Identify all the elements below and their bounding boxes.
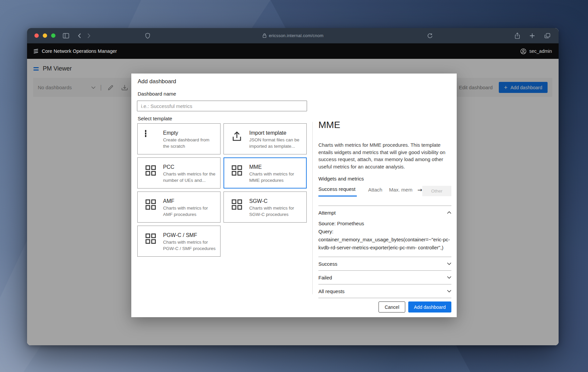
template-title: Empty — [163, 130, 216, 136]
template-title: MME — [249, 164, 302, 170]
template-description: Charts with metrics for the number of UE… — [163, 171, 216, 183]
accordion-attempt-body: Source: Prometheus Query: container_memo… — [318, 219, 451, 257]
template-card-mme[interactable]: MME Charts with metrics for MME procedur… — [224, 157, 307, 189]
accordion-label: All requests — [318, 288, 344, 294]
url-text: ericsson.internal.com/cnom — [269, 33, 323, 38]
ericsson-logo-icon — [34, 48, 38, 54]
template-title: PGW-C / SMF — [163, 232, 216, 238]
window-controls — [34, 33, 55, 38]
template-description: Create dashboard from the scratch — [163, 137, 216, 149]
template-title: PCC — [163, 164, 216, 170]
back-icon[interactable] — [78, 33, 81, 38]
query-label: Query: — [318, 229, 333, 234]
browser-window: ericsson.internal.com/cnom — [27, 28, 559, 345]
chevron-down-icon — [447, 262, 451, 265]
template-card-sgwc[interactable]: SGW-C Charts with metrics for SGW-C proc… — [224, 192, 307, 223]
chevron-down-icon — [447, 276, 451, 279]
reload-icon[interactable] — [427, 33, 433, 38]
source-value: Prometheus — [337, 221, 364, 226]
desktop: ericsson.internal.com/cnom — [0, 0, 588, 372]
import-upload-icon — [231, 131, 243, 154]
widgets-and-metrics-label: Widgets and metrics — [318, 176, 364, 181]
template-description: JSON format files can be imported as tem… — [249, 137, 302, 149]
grid-icon — [145, 233, 156, 256]
forward-icon[interactable] — [87, 33, 91, 38]
dashboard-name-input[interactable] — [137, 101, 307, 111]
new-tab-icon[interactable] — [530, 33, 535, 38]
select-template-label: Select template — [138, 116, 172, 121]
accordion-attempt[interactable]: Attempt — [318, 206, 451, 219]
template-title: SGW-C — [249, 198, 302, 204]
template-description: Charts with metrics for MME procedures — [249, 171, 302, 183]
accordion-label: Success — [318, 261, 337, 267]
template-card-import[interactable]: Import template JSON format files can be… — [224, 123, 307, 154]
chevron-down-icon — [447, 290, 451, 292]
template-description: Charts with metrics for AMF procedures — [163, 205, 216, 218]
minimize-window-button[interactable] — [43, 33, 47, 38]
accordion-label: Failed — [318, 275, 332, 280]
app-header: Core Network Operations Manager sec_admi… — [27, 43, 559, 59]
tab-max-mem[interactable]: Max. mem — [389, 187, 412, 196]
grid-icon — [145, 199, 156, 222]
address-bar[interactable]: ericsson.internal.com/cnom — [262, 33, 323, 38]
tab-success-request[interactable]: Success request — [318, 186, 357, 197]
browser-toolbar: ericsson.internal.com/cnom — [27, 28, 559, 43]
empty-dashed-square-icon — [145, 131, 156, 154]
tab-overview-icon[interactable] — [544, 33, 551, 39]
template-card-amf[interactable]: AMF Charts with metrics for AMF procedur… — [137, 192, 220, 223]
user-icon — [520, 48, 527, 54]
template-details-panel: MME Charts with metrics for MME procedur… — [318, 74, 451, 317]
add-dashboard-modal: Add dashboard Dashboard name Select temp… — [131, 74, 457, 317]
username: sec_admin — [529, 48, 552, 54]
details-description: Charts with metrics for MME procedures. … — [318, 141, 451, 170]
query-value: container_memory_max_usage_bytes(contain… — [318, 237, 450, 250]
template-grid: Empty Create dashboard from the scratch … — [137, 123, 307, 257]
fullscreen-window-button[interactable] — [51, 33, 55, 38]
metrics-tabs: Success request Attach Max. mem → Other — [318, 186, 451, 197]
share-icon[interactable] — [514, 32, 520, 39]
template-title: Import template — [249, 130, 302, 136]
template-card-empty[interactable]: Empty Create dashboard from the scratch — [137, 123, 220, 154]
modal-title: Add dashboard — [138, 78, 176, 85]
lock-icon — [262, 33, 267, 38]
accordion-failed[interactable]: Failed — [318, 270, 451, 284]
user-menu[interactable]: sec_admin — [520, 48, 552, 54]
template-card-pcc[interactable]: PCC Charts with metrics for the number o… — [137, 157, 220, 189]
accordion-all-requests[interactable]: All requests — [318, 284, 451, 298]
panel-divider — [312, 122, 313, 294]
accordion-success[interactable]: Success — [318, 257, 451, 270]
tab-other[interactable]: Other — [422, 186, 451, 196]
dashboard-name-label: Dashboard name — [138, 91, 176, 97]
modal-add-dashboard-button[interactable]: Add dashboard — [408, 301, 451, 313]
grid-icon — [231, 199, 243, 222]
grid-icon — [231, 165, 243, 188]
details-title: MME — [318, 120, 340, 130]
grid-icon — [145, 165, 156, 188]
template-title: AMF — [163, 198, 216, 204]
privacy-shield-icon[interactable] — [145, 32, 151, 39]
accordion-label: Attempt — [318, 210, 336, 216]
tabs-scroll-arrow-icon[interactable]: → — [417, 187, 422, 197]
cancel-button[interactable]: Cancel — [379, 301, 405, 313]
close-window-button[interactable] — [34, 33, 39, 38]
template-description: Charts with metrics for PGW-C / SMF proc… — [163, 239, 216, 252]
source-label: Source: — [318, 221, 336, 226]
app-title: Core Network Operations Manager — [42, 48, 117, 54]
sidebar-toggle-icon[interactable] — [63, 33, 69, 38]
tab-attach[interactable]: Attach — [368, 187, 383, 196]
chevron-up-icon — [447, 211, 451, 214]
metrics-accordion: Attempt Source: Prometheus Query: contai… — [318, 206, 451, 298]
template-card-pgwc-smf[interactable]: PGW-C / SMF Charts with metrics for PGW-… — [137, 226, 220, 257]
template-description: Charts with metrics for SGW-C procedures — [249, 205, 302, 218]
